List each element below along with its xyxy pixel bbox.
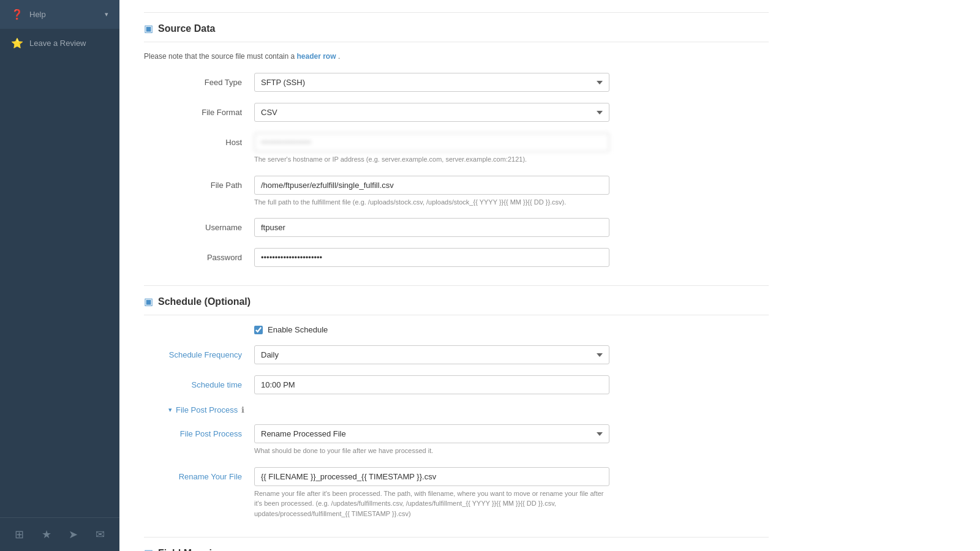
host-input[interactable] — [254, 133, 609, 152]
schedule-frequency-label: Schedule Frequency — [144, 345, 254, 359]
help-icon: ❓ — [11, 9, 23, 20]
host-hint: The server's hostname or IP address (e.g… — [254, 154, 609, 165]
file-format-label: File Format — [144, 103, 254, 117]
main-content: ▣ Source Data Please note that the sourc… — [119, 0, 980, 551]
field-mapping-title: Field Mapping — [158, 548, 224, 552]
host-row: Host The server's hostname or IP address… — [144, 133, 769, 165]
sidebar-bottom-icons: ⊞ ★ ➤ ✉ — [0, 518, 119, 551]
file-path-input[interactable] — [254, 176, 609, 195]
sidebar-item-review-label: Leave a Review — [29, 39, 86, 48]
favorites-icon[interactable]: ★ — [39, 525, 54, 544]
username-row: Username — [144, 218, 769, 237]
rename-file-label: Rename Your File — [144, 467, 254, 481]
username-input[interactable] — [254, 218, 609, 237]
source-data-header: ▣ Source Data — [144, 23, 769, 42]
file-post-process-collapse-label: File Post Process — [176, 405, 238, 414]
schedule-time-row: Schedule time — [144, 375, 769, 394]
file-path-wrap: The full path to the fulfillment file (e… — [254, 176, 609, 208]
mail-icon[interactable]: ✉ — [93, 525, 107, 544]
chevron-down-icon: ▾ — [168, 406, 172, 414]
password-label: Password — [144, 248, 254, 262]
password-row: Password — [144, 248, 769, 267]
password-input[interactable] — [254, 248, 609, 267]
file-post-process-select[interactable]: Rename Processed File Move File Delete F… — [254, 424, 609, 443]
schedule-time-label: Schedule time — [144, 375, 254, 389]
field-mapping-icon: ▣ — [144, 547, 153, 551]
sidebar-bottom: ⊞ ★ ➤ ✉ — [0, 517, 119, 551]
info-icon[interactable]: ℹ — [241, 405, 244, 414]
sidebar: ❓ Help ▾ ⭐ Leave a Review ⊞ ★ ➤ ✉ — [0, 0, 119, 551]
feed-type-select[interactable]: SFTP (SSH) FTP HTTP Manual Upload — [254, 73, 609, 92]
host-wrap: The server's hostname or IP address (e.g… — [254, 133, 609, 165]
host-label: Host — [144, 133, 254, 147]
schedule-time-input[interactable] — [254, 375, 609, 394]
schedule-header: ▣ Schedule (Optional) — [144, 296, 769, 315]
file-post-process-wrap: Rename Processed File Move File Delete F… — [254, 424, 609, 456]
username-wrap — [254, 218, 609, 237]
file-format-select[interactable]: CSV TSV XML JSON — [254, 103, 609, 122]
enable-schedule-checkbox[interactable] — [254, 326, 263, 334]
navigate-icon[interactable]: ➤ — [66, 525, 80, 544]
enable-schedule-row: Enable Schedule — [144, 325, 769, 334]
file-post-process-row: File Post Process Rename Processed File … — [144, 424, 769, 456]
username-label: Username — [144, 218, 254, 232]
schedule-section: ▣ Schedule (Optional) Enable Schedule Sc… — [144, 285, 769, 519]
dashboard-icon[interactable]: ⊞ — [12, 525, 26, 544]
file-path-hint: The full path to the fulfillment file (e… — [254, 197, 609, 208]
rename-file-input[interactable] — [254, 467, 609, 486]
sidebar-item-help[interactable]: ❓ Help ▾ — [0, 0, 119, 29]
source-data-note: Please note that the source file must co… — [144, 52, 769, 61]
field-mapping-header: ▣ Field Mapping — [144, 547, 769, 551]
sidebar-item-help-label: Help — [29, 10, 46, 19]
file-post-process-collapse[interactable]: ▾ File Post Process ℹ — [144, 405, 769, 414]
rename-file-hint: Rename your file after it's been process… — [254, 489, 609, 519]
file-path-label: File Path — [144, 176, 254, 190]
enable-schedule-label[interactable]: Enable Schedule — [268, 325, 328, 334]
file-format-row: File Format CSV TSV XML JSON — [144, 103, 769, 122]
star-icon: ⭐ — [11, 37, 23, 49]
rename-file-wrap: Rename your file after it's been process… — [254, 467, 609, 519]
sidebar-item-review[interactable]: ⭐ Leave a Review — [0, 29, 119, 58]
schedule-frequency-select[interactable]: Daily Weekly Hourly — [254, 345, 609, 364]
schedule-time-wrap — [254, 375, 609, 394]
content-area: ▣ Source Data Please note that the sourc… — [119, 0, 793, 551]
source-data-icon: ▣ — [144, 23, 153, 34]
schedule-title: Schedule (Optional) — [158, 296, 251, 307]
feed-type-label: Feed Type — [144, 73, 254, 87]
feed-type-wrap: SFTP (SSH) FTP HTTP Manual Upload — [254, 73, 609, 92]
feed-type-row: Feed Type SFTP (SSH) FTP HTTP Manual Upl… — [144, 73, 769, 92]
field-mapping-section: ▣ Field Mapping Map your source columns … — [144, 537, 769, 551]
file-path-row: File Path The full path to the fulfillme… — [144, 176, 769, 208]
source-data-section: ▣ Source Data Please note that the sourc… — [144, 12, 769, 267]
header-row-link[interactable]: header row — [297, 52, 336, 61]
source-data-title: Source Data — [158, 23, 215, 34]
rename-file-row: Rename Your File Rename your file after … — [144, 467, 769, 519]
password-wrap — [254, 248, 609, 267]
schedule-frequency-row: Schedule Frequency Daily Weekly Hourly — [144, 345, 769, 364]
schedule-frequency-wrap: Daily Weekly Hourly — [254, 345, 609, 364]
chevron-down-icon: ▾ — [105, 10, 108, 18]
schedule-icon: ▣ — [144, 296, 153, 307]
file-post-process-label: File Post Process — [144, 424, 254, 438]
file-format-wrap: CSV TSV XML JSON — [254, 103, 609, 122]
file-post-process-hint: What should be done to your file after w… — [254, 446, 609, 456]
